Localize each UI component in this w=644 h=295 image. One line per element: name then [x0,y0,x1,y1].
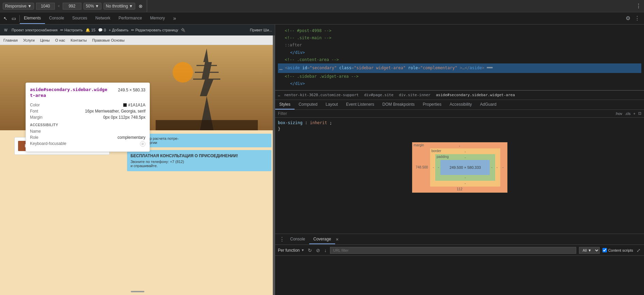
tab-sources[interactable]: Sources [68,13,91,24]
margin-top-value: - [414,144,506,148]
hello-user[interactable]: Привет Ши... [250,28,272,32]
style-tab-dom-breakpoints[interactable]: DOM Breakpoints [378,100,419,109]
box-model-section: margin - 748.500 border - - pa [275,135,644,234]
hov-button[interactable]: :hov [615,112,622,116]
pointer-icon-btn[interactable]: ↖ [2,15,9,22]
add-rule-button[interactable]: + [633,112,635,116]
bottom-section: ПРОВЕРИ Калькулятор расчета потре-электр… [0,130,275,295]
preview-scrollbar[interactable] [131,291,144,292]
edit-page-link[interactable]: ✏ Редактировать страницу [131,28,178,32]
refresh-coverage-btn[interactable]: ↻ [307,247,313,254]
per-function-btn[interactable]: Per function ▼ [278,248,304,253]
nav-contacts[interactable]: Контакты [70,38,87,42]
margin-value: 0px 0px 112px 748.5px [103,115,145,120]
style-tab-layout[interactable]: Layout [321,100,342,109]
tab-performance[interactable]: Performance [114,13,146,24]
border-left-value: - [431,154,435,181]
device-icon-btn[interactable]: ▭ [10,15,17,22]
box-icon[interactable]: ⊡ [638,111,641,116]
notifications-count[interactable]: 🔔 15 [85,28,95,32]
nav-prices[interactable]: Цены [40,38,50,42]
more-tabs-btn[interactable]: » [169,13,180,24]
responsive-select[interactable]: Responsive ▼ [3,3,34,10]
wp-admin-bar: W Проект электроснабжения ✏ Настроить 🔔 … [0,25,275,35]
tab-network[interactable]: Network [91,13,114,24]
console-menu-btn[interactable]: ⋮ [278,236,286,242]
breadcrumb-customize-support[interactable]: nentor-kit-3620.customize-support [283,92,360,98]
tooltip-dimensions: 249.5 × 580.33 [118,88,145,92]
style-tab-accessibility[interactable]: Accessibility [445,100,476,109]
filter-input[interactable] [278,111,612,116]
svg-rect-5 [156,120,258,130]
style-tabs: Styles Computed Layout Event Listeners D… [275,100,644,110]
width-input[interactable] [36,3,55,10]
breadcrumb-page-site[interactable]: div#page.site [363,92,395,98]
border-bottom-value: - [431,181,499,185]
all-select[interactable]: All ▼ [579,247,600,254]
style-tab-event-listeners[interactable]: Event Listeners [342,100,378,109]
left-column: ПРОВЕРИ [0,130,124,295]
devtools-more-btn[interactable]: ⋮ [633,14,641,22]
consult-sub: и спрашивайте. [130,164,268,168]
tooltip-table: Color #1A1A1A Font 16px Merriweather, Ge… [30,102,145,120]
consult-box: БЕСПЛАТНАЯ КОНСУЛЬТАЦИЯ О ПРИСОЕДИНЕНИИ!… [127,150,271,171]
tab-console[interactable]: Console [45,13,68,24]
console-tabs: ⋮ Console Coverage × [275,234,644,245]
per-function-chevron-icon: ▼ [301,248,304,252]
throttle-select[interactable]: No throttling ▼ [104,3,136,10]
nav-about[interactable]: О нас [55,38,65,42]
comments-count[interactable]: 💬 0 [98,28,106,32]
nav-services[interactable]: Услуги [23,38,35,42]
zoom-value: 50% [86,4,94,9]
zoom-select[interactable]: 50% ▼ [83,3,101,10]
breadcrumb-site-inner[interactable]: div.site-inner [397,92,432,98]
accessibility-title: ACCESSIBILITY [30,123,145,127]
url-filter-input[interactable] [330,247,576,254]
padding-middle-row: - 249.500 × 580.333 - [437,160,494,175]
breadcrumb-secondary[interactable]: aside#secondary.sidebar.widget-area [435,92,516,98]
nav-legal[interactable]: Правовые Основы [92,38,125,42]
devtools-panel: <!-- #post-4998 --> <!-- .site-main --> … [275,25,644,295]
bookmark-icon-btn[interactable]: ⊗ [137,3,144,10]
content-scripts-checkbox[interactable] [602,248,607,252]
cls-button[interactable]: .cls [625,112,631,116]
settings-icon-btn[interactable]: ⚙ [624,14,632,22]
toolbar-more-btn[interactable]: ⋮ [633,3,644,9]
console-toolbar: Per function ▼ ↻ ⊘ ↓ All ▼ Content scrip… [275,245,644,256]
style-tab-computed[interactable]: Computed [295,100,321,109]
content-box: 249.500 × 580.333 [440,160,490,175]
customize-link[interactable]: ✏ Настроить [60,28,83,32]
download-coverage-btn[interactable]: ↓ [324,247,327,254]
style-tab-properties[interactable]: Properties [419,100,446,109]
html-line-aside-selected[interactable]: … <aside id="secondary" class="sidebar w… [278,63,641,73]
expand-console-btn[interactable]: ⤢ [636,247,641,254]
padding-right-value: - [490,160,493,175]
resize-handle[interactable] [273,25,275,295]
html-line-comment3: <!-- .content-area --> [278,56,641,63]
html-tree: <!-- #post-4998 --> <!-- .site-main --> … [275,25,644,90]
content-scripts-checkbox-label[interactable]: Content scripts [602,248,633,252]
content-dimensions: 249.500 × 580.333 [450,165,481,169]
border-label: border [431,149,441,153]
style-tab-styles[interactable]: Styles [275,100,295,109]
console-tab-coverage[interactable]: Coverage [309,235,335,244]
coverage-close-btn[interactable]: × [336,237,339,242]
bottom-console: ⋮ Console Coverage × Per function ▼ ↻ ⊘ … [275,234,644,295]
a11y-name-label: Name [30,129,41,134]
tab-memory[interactable]: Memory [146,13,169,24]
style-tab-adguard[interactable]: AdGuard [476,100,501,109]
project-name[interactable]: Проект электроснабжения [12,28,58,32]
margin-bottom-value: 112 [414,187,506,191]
tooltip-margin-row: Margin 0px 0px 112px 748.5px [30,114,145,120]
tooltip-role-row: Role complementary [30,134,145,141]
height-input[interactable] [63,3,81,10]
nav-home[interactable]: Главная [3,38,18,42]
block-coverage-btn[interactable]: ⊘ [315,247,321,254]
svg-point-4 [173,62,193,83]
console-tab-console[interactable]: Console [286,235,309,244]
more-icon[interactable]: … [279,65,283,71]
add-link[interactable]: + Добавить [109,28,128,32]
css-rule-box-sizing: box-sizing : inherit ; [278,120,641,125]
keyboard-focusable-value: ⊘ [140,141,145,147]
tab-elements[interactable]: Elements [20,13,45,24]
